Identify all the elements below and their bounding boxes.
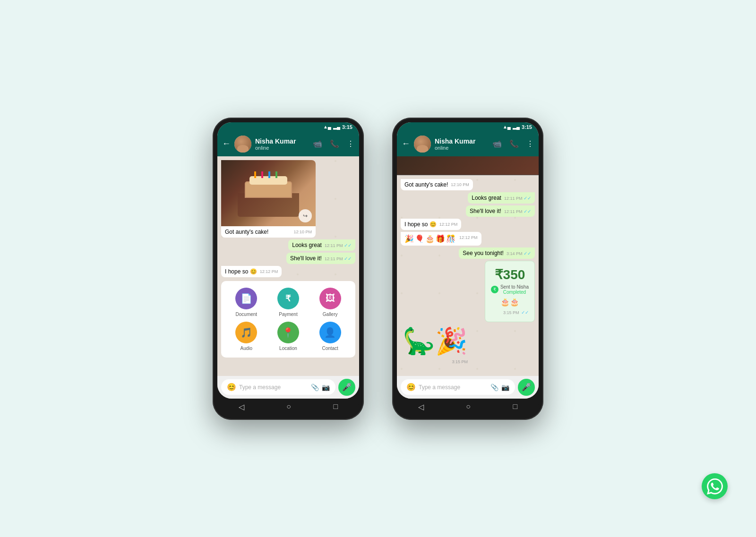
image-caption-time: 12:10 PM (293, 230, 312, 234)
menu-icon-left[interactable]: ⋮ (347, 139, 354, 148)
sticker-time: 3:15 PM (450, 359, 470, 364)
home-nav-right[interactable]: ○ (466, 402, 471, 411)
signal-icon-right: ▂▄ (513, 124, 520, 129)
voice-call-icon-left[interactable]: 📞 (330, 139, 339, 148)
phone-right-screen: ▲▄ ▂▄ 3:15 ← Nisha Kumar online 📹 📞 ⋮ (397, 122, 539, 399)
chat-body-right: Got aunty's cake! 12:10 PM Looks great 1… (397, 175, 539, 376)
attach-button-right[interactable]: 📎 (490, 384, 498, 391)
home-nav-left[interactable]: ○ (286, 402, 291, 411)
attach-gallery[interactable]: 🖼 Gallery (311, 288, 349, 317)
video-call-icon-left[interactable]: 📹 (313, 139, 322, 148)
chat-header-left: ← Nisha Kumar online 📹 📞 ⋮ (217, 132, 359, 156)
back-nav-left[interactable]: ◁ (239, 402, 244, 411)
audio-label: Audio (241, 346, 253, 351)
msg-looks-great-right: Looks great 12:11 PM ✓✓ (468, 192, 535, 204)
msg-time: 12:12 PM (459, 235, 478, 240)
input-bar-right: 😊 Type a message 📎 📷 🎤 (397, 376, 539, 399)
msg-emoji-row: 🎉🎈🎂🎁🎊 12:12 PM (401, 232, 481, 246)
payment-sent-label: Sent to Nisha (500, 284, 529, 290)
msg-time: 12:12 PM (260, 269, 278, 274)
phone-left-screen: ▲▄ ▂▄ 3:15 ← Nisha Kumar online 📹 📞 ⋮ (217, 122, 359, 399)
signal-icon: ▂▄ (333, 124, 340, 129)
msg-text: Looks great (292, 242, 322, 248)
msg-text: I hope so 😊 (404, 221, 437, 228)
msg-text: She'll love it! (470, 208, 501, 214)
mic-button-right[interactable]: 🎤 (518, 379, 535, 396)
phone-right: ▲▄ ▂▄ 3:15 ← Nisha Kumar online 📹 📞 ⋮ (392, 118, 543, 420)
msg-time: 12:12 PM (439, 222, 458, 227)
attach-payment[interactable]: ₹ Payment (270, 288, 307, 317)
nav-bar-left: ◁ ○ □ (217, 399, 359, 415)
document-icon: 📄 (235, 288, 257, 309)
contact-icon: 👤 (319, 322, 341, 343)
msg-got-cake: Got aunty's cake! 12:10 PM (401, 179, 473, 190)
msg-looks-great: Looks great 12:11 PM ✓✓ (288, 239, 355, 251)
contact-label: Contact (322, 346, 338, 351)
dino-sticker: 🦕🎉 (401, 324, 470, 358)
message-placeholder-right[interactable]: Type a message (419, 384, 488, 391)
emoji-button-right[interactable]: 😊 (406, 383, 416, 392)
msg-text: I hope so 😊 (225, 268, 257, 275)
msg-time: 12:11 PM ✓✓ (325, 256, 352, 261)
mic-button-left[interactable]: 🎤 (338, 379, 355, 396)
avatar-image-left (234, 136, 251, 153)
msg-time: 12:11 PM ✓✓ (504, 209, 531, 214)
attach-document[interactable]: 📄 Document (228, 288, 265, 317)
wifi-icon: ▲▄ (323, 124, 331, 129)
video-call-icon-right[interactable]: 📹 (492, 139, 502, 148)
attach-contact[interactable]: 👤 Contact (311, 322, 349, 351)
payment-ticks: ✓✓ (521, 310, 529, 315)
recent-nav-left[interactable]: □ (334, 402, 338, 411)
attach-grid: 📄 Document ₹ Payment 🖼 Gallery 🎵 (228, 288, 349, 351)
status-time-right: 3:15 (522, 124, 532, 130)
avatar-right (414, 136, 431, 153)
msg-time: 3:14 PM ✓✓ (507, 251, 531, 256)
message-input-field-right[interactable]: 😊 Type a message 📎 📷 (401, 379, 515, 395)
voice-call-icon-right[interactable]: 📞 (509, 139, 519, 148)
message-placeholder-left[interactable]: Type a message (239, 384, 308, 391)
msg-time: 12:11 PM ✓✓ (325, 243, 352, 248)
document-label: Document (236, 312, 258, 317)
contact-status-left: online (255, 145, 309, 151)
msg-see-tonight: See you tonight! 3:14 PM ✓✓ (459, 247, 535, 259)
image-caption: Got aunty's cake! 12:10 PM (221, 226, 316, 238)
partial-image-top (397, 156, 539, 175)
header-info-left: Nisha Kumar online (255, 137, 309, 151)
avatar-image-right (414, 136, 431, 153)
payment-time-row: 3:15 PM ✓✓ (491, 307, 529, 316)
msg-text: She'll love it! (290, 255, 322, 262)
gallery-icon: 🖼 (319, 288, 341, 309)
avatar-left (234, 136, 251, 153)
attach-button-left[interactable]: 📎 (311, 384, 319, 391)
image-caption-text: Got aunty's cake! (225, 229, 268, 235)
status-bar-right: ▲▄ ▂▄ 3:15 (397, 122, 539, 132)
payment-message: ₹350 ₹ Sent to Nisha Completed 🎂🎂 3:15 P… (485, 261, 535, 322)
audio-icon: 🎵 (235, 322, 257, 343)
chat-header-right: ← Nisha Kumar online 📹 📞 ⋮ (397, 132, 539, 156)
camera-button-left[interactable]: 📷 (322, 384, 330, 391)
scene: ▲▄ ▂▄ 3:15 ← Nisha Kumar online 📹 📞 ⋮ (213, 118, 543, 420)
msg-text: Got aunty's cake! (404, 181, 448, 188)
status-bar-left: ▲▄ ▂▄ 3:15 (217, 122, 359, 132)
message-input-field-left[interactable]: 😊 Type a message 📎 📷 (221, 379, 335, 395)
attach-location[interactable]: 📍 Location (270, 322, 307, 351)
header-icons-left: 📹 📞 ⋮ (313, 139, 354, 148)
recent-nav-right[interactable]: □ (513, 402, 518, 411)
menu-icon-right[interactable]: ⋮ (526, 139, 534, 148)
msg-time: 12:11 PM ✓✓ (504, 196, 531, 201)
msg-shell-love: She'll love it! 12:11 PM ✓✓ (286, 253, 355, 264)
forward-button[interactable]: ↪ (299, 209, 312, 222)
payment-label: Payment (279, 312, 297, 317)
gallery-label: Gallery (323, 312, 338, 317)
status-time-left: 3:15 (342, 124, 352, 130)
camera-button-right[interactable]: 📷 (501, 384, 509, 391)
attach-audio[interactable]: 🎵 Audio (228, 322, 265, 351)
back-nav-right[interactable]: ◁ (418, 402, 424, 411)
contact-name-right: Nisha Kumar (435, 137, 489, 145)
payment-info: ₹ Sent to Nisha Completed (491, 284, 529, 295)
back-button-right[interactable]: ← (402, 139, 410, 149)
back-button-left[interactable]: ← (222, 139, 231, 149)
contact-status-right: online (435, 145, 489, 151)
emoji-button-left[interactable]: 😊 (227, 383, 236, 392)
chat-body-left: ↪ Got aunty's cake! 12:10 PM Looks great… (217, 156, 359, 376)
